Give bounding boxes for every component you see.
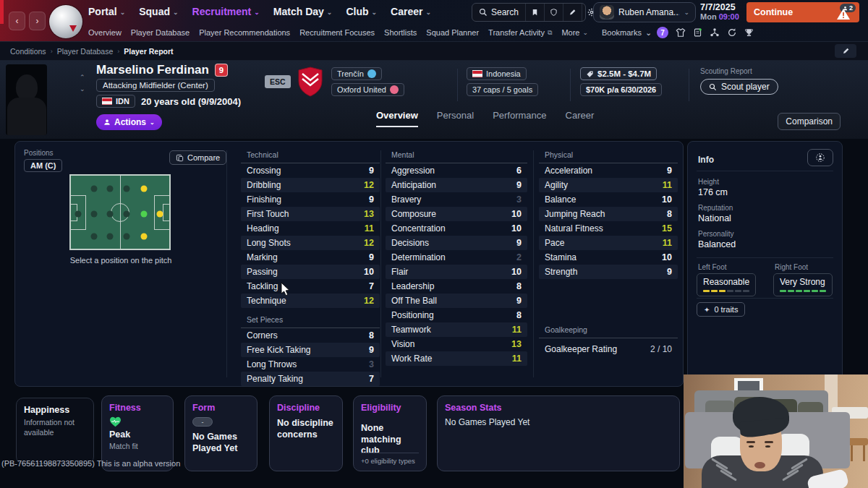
attr-row-jumping-reach: Jumping Reach8 [539, 207, 678, 221]
mental-column: Mental Aggression6Anticipation9Bravery3C… [386, 142, 527, 366]
position-dot-dark[interactable] [107, 210, 114, 217]
forward-button[interactable]: › [29, 12, 46, 30]
subnav-item-squad-planner[interactable]: Squad Planner [426, 28, 479, 37]
divider [380, 150, 381, 377]
bookmark-icon [531, 8, 539, 17]
subnav-item-recruitment-focuses[interactable]: Recruitment Focuses [299, 28, 375, 37]
nav-item-squad[interactable]: Squad⌄ [139, 6, 178, 17]
chevron-down-icon: ⌄ [425, 9, 431, 16]
player-card-button[interactable] [807, 149, 833, 166]
position-dot-dark[interactable] [90, 186, 97, 192]
club-logo[interactable] [49, 5, 82, 38]
parent-club-chip[interactable]: Oxford United [331, 83, 404, 96]
tab-personal[interactable]: Personal [437, 110, 474, 127]
position-dot-dark[interactable] [123, 210, 129, 217]
position-dot-yellow[interactable] [140, 186, 147, 192]
position-dot-yellow[interactable] [157, 210, 163, 217]
subnav-item-player-database[interactable]: Player Database [131, 28, 190, 37]
eligibility-footer: +0 eligibility types [361, 453, 419, 465]
nav-item-career[interactable]: Career⌄ [391, 6, 431, 17]
discipline-title: Discipline [277, 403, 335, 413]
nav-item-club[interactable]: Club⌄ [346, 6, 377, 17]
sync-icon[interactable] [727, 27, 737, 38]
person-eye [749, 445, 754, 448]
tab-performance[interactable]: Performance [493, 110, 546, 127]
tab-career[interactable]: Career [566, 110, 595, 127]
subnav-item-overview[interactable]: Overview [88, 28, 122, 37]
alpha-watermark: (PB-76561198873350895) This is an alpha … [1, 459, 180, 468]
manager-menu[interactable]: Ruben Amana... ⌄ [593, 2, 696, 22]
search-bar[interactable]: Search [472, 3, 586, 22]
position-dot-dark[interactable] [90, 210, 97, 217]
bookmarks-menu[interactable]: Bookmarks ⌄ [602, 23, 652, 42]
comparison-button[interactable]: Comparison [778, 113, 841, 130]
network-icon[interactable] [710, 27, 720, 38]
attr-row-corners: Corners8 [241, 328, 380, 343]
nation-chip[interactable]: Indonesia [467, 67, 527, 80]
shield-icon [550, 8, 558, 17]
player-position: Attacking Midfielder (Center) [96, 79, 215, 92]
attr-row-teamwork: Teamwork11 [386, 322, 527, 337]
selected-position-badge: AM (C) [24, 159, 62, 172]
nav-item-match-day[interactable]: Match Day⌄ [273, 6, 333, 17]
continue-button[interactable]: Continue 2 [746, 2, 859, 22]
attr-row-passing: Passing10 [241, 265, 380, 279]
subnav-item-transfer-activity[interactable]: Transfer Activity⧉ [488, 28, 552, 37]
compare-button[interactable]: Compare [169, 150, 226, 165]
position-dot-dark[interactable] [90, 233, 97, 239]
prev-player-button[interactable]: ⌃ [80, 74, 85, 81]
position-dot-dark[interactable] [75, 210, 81, 217]
fitness-title: Fitness [109, 403, 166, 413]
shirt-icon[interactable] [676, 27, 686, 38]
divider [689, 69, 689, 101]
bookmark-button[interactable] [525, 4, 544, 21]
attr-row-free-kick-taking: Free Kick Taking9 [241, 343, 380, 357]
edit-button[interactable] [835, 44, 856, 58]
breadcrumb-player-database[interactable]: Player Database [57, 47, 114, 56]
attr-row-finishing: Finishing9 [241, 192, 380, 207]
attr-row-work-rate: Work Rate11 [386, 351, 527, 366]
scouting-button[interactable] [544, 4, 563, 21]
subnav-item-more[interactable]: More⌄ [561, 28, 588, 37]
foot-strength-segment [796, 290, 802, 292]
position-dot-dark[interactable] [123, 233, 129, 239]
subnav-item-player-recommendations[interactable]: Player Recommendations [199, 28, 290, 37]
notes-button[interactable] [563, 4, 582, 21]
position-dot-dark[interactable] [123, 186, 129, 192]
chevron-down-icon: ⌄ [254, 9, 260, 16]
subnav-item-shortlists[interactable]: Shortlists [384, 28, 417, 37]
actions-button[interactable]: Actions ⌄ [96, 114, 162, 130]
position-dot-yellow[interactable] [140, 233, 147, 239]
position-dot-dark[interactable] [107, 233, 114, 239]
nav-item-recruitment[interactable]: Recruitment⌄ [192, 6, 260, 17]
top-bar: ‹ › Portal⌄Squad⌄Recruitment⌄Match Day⌄C… [0, 0, 868, 42]
compare-label: Compare [187, 153, 220, 162]
position-dot-green[interactable] [140, 210, 147, 217]
loan-club-chip[interactable]: Trenčín [331, 67, 382, 80]
form-body: No Games Played Yet [192, 432, 250, 454]
personality-field: PersonalityBalanced [698, 230, 736, 249]
traits-button[interactable]: ✦ 0 traits [697, 302, 745, 317]
foot-strength-segment [812, 290, 818, 292]
trophy-icon[interactable] [744, 27, 754, 38]
next-player-button[interactable]: ⌄ [80, 85, 85, 93]
pencil-icon [842, 47, 850, 55]
person-eye [765, 445, 770, 448]
report-card-icon[interactable] [693, 27, 702, 38]
tab-overview[interactable]: Overview [376, 110, 418, 127]
mouse-cursor [281, 282, 291, 296]
club-crest [298, 67, 323, 97]
attr-row-positioning: Positioning8 [386, 308, 527, 322]
player-header: ⌃ ⌄ Marselino Ferdinan 9 Attacking Midfi… [0, 61, 868, 139]
search-input[interactable]: Search [472, 4, 525, 21]
form-rating-pill: - [192, 417, 213, 427]
breadcrumb-conditions[interactable]: Conditions [10, 47, 46, 56]
notifications-badge[interactable]: 7 [657, 27, 668, 38]
form-card: Form - No Games Played Yet [184, 395, 258, 471]
position-pitch[interactable] [69, 174, 171, 250]
nav-item-portal[interactable]: Portal⌄ [88, 6, 125, 17]
scout-player-button[interactable]: Scout player [700, 79, 778, 95]
back-button[interactable]: ‹ [9, 12, 25, 30]
position-dot-dark[interactable] [107, 186, 114, 192]
manager-name: Ruben Amana... [618, 7, 679, 17]
